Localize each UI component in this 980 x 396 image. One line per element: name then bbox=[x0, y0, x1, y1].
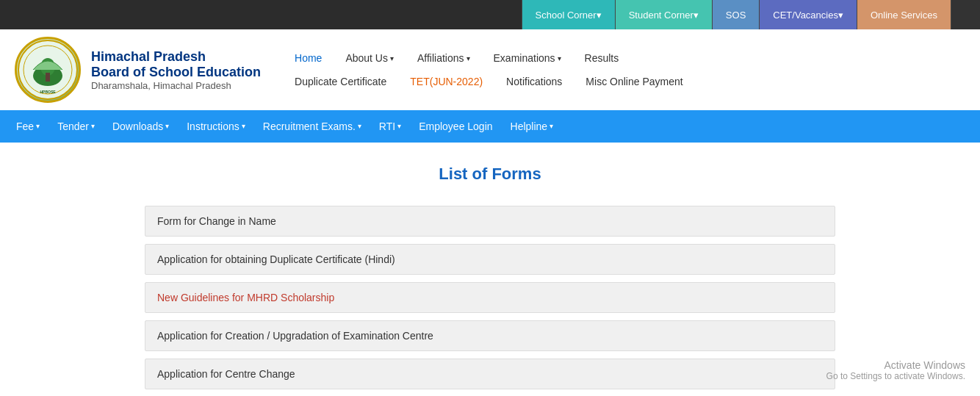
windows-activation: Activate Windows Go to Settings to activ… bbox=[826, 359, 965, 381]
nav-affiliations[interactable]: Affiliations ▾ bbox=[406, 49, 482, 67]
main-nav: Home About Us ▾ Affiliations ▾ Examinati… bbox=[283, 46, 965, 93]
nav-results[interactable]: Results bbox=[573, 49, 631, 67]
top-bar: School Corner ▾ Student Corner ▾ SOS CET… bbox=[0, 0, 980, 29]
rti-label: RTI bbox=[379, 110, 395, 143]
form-item-change-name[interactable]: Form for Change in Name bbox=[145, 206, 835, 237]
fee-label: Fee bbox=[16, 110, 34, 143]
helpline-arrow: ▾ bbox=[550, 110, 553, 143]
dark-end bbox=[951, 0, 980, 29]
nav-notifications[interactable]: Notifications bbox=[494, 73, 574, 90]
helpline-label: Helpline bbox=[511, 110, 548, 143]
instructions-label: Instructions bbox=[187, 110, 239, 143]
nav-duplicate-cert[interactable]: Duplicate Certificate bbox=[283, 73, 398, 90]
student-corner-label: Student Corner bbox=[629, 10, 693, 21]
affiliations-arrow: ▾ bbox=[466, 54, 470, 62]
org-text: Himachal Pradesh Board of School Educati… bbox=[91, 49, 261, 91]
sos-label: SOS bbox=[726, 10, 746, 21]
blue-bar-recruitment-exams[interactable]: Recruitment Exams. ▾ bbox=[254, 110, 370, 143]
blue-bar-tender[interactable]: Tender ▾ bbox=[48, 110, 104, 143]
blue-bar: Fee ▾ Tender ▾ Downloads ▾ Instructions … bbox=[0, 110, 980, 143]
form-item-duplicate-cert[interactable]: Application for obtaining Duplicate Cert… bbox=[145, 244, 835, 275]
online-services-button[interactable]: Online Services bbox=[857, 0, 951, 29]
nav-tet-label: TET(JUN-2022) bbox=[410, 76, 483, 87]
blue-bar-rti[interactable]: RTI ▾ bbox=[370, 110, 410, 143]
blue-bar-fee[interactable]: Fee ▾ bbox=[7, 110, 48, 143]
school-corner-label: School Corner bbox=[536, 10, 597, 21]
logo-area: HPBOSE Himachal Pradesh Board of School … bbox=[15, 37, 261, 103]
nav-about-us[interactable]: About Us ▾ bbox=[334, 49, 406, 67]
nav-row-1: Home About Us ▾ Affiliations ▾ Examinati… bbox=[283, 46, 965, 70]
blue-bar-instructions[interactable]: Instructions ▾ bbox=[178, 110, 254, 143]
nav-row-2: Duplicate Certificate TET(JUN-2022) Noti… bbox=[283, 70, 965, 93]
page-title: List of Forms bbox=[15, 165, 965, 184]
school-corner-arrow: ▾ bbox=[597, 10, 602, 21]
blue-bar-helpline[interactable]: Helpline ▾ bbox=[502, 110, 563, 143]
nav-results-label: Results bbox=[585, 52, 619, 64]
nav-about-us-label: About Us bbox=[345, 52, 388, 64]
blue-bar-downloads[interactable]: Downloads ▾ bbox=[104, 110, 178, 143]
cet-vacancies-label: CET/Vacancies bbox=[773, 10, 838, 21]
form-change-name-label: Form for Change in Name bbox=[157, 215, 276, 227]
form-duplicate-cert-label: Application for obtaining Duplicate Cert… bbox=[157, 253, 395, 265]
form-item-exam-centre[interactable]: Application for Creation / Upgradation o… bbox=[145, 320, 835, 351]
header: HPBOSE Himachal Pradesh Board of School … bbox=[0, 29, 980, 110]
nav-home-label: Home bbox=[295, 52, 322, 64]
instructions-arrow: ▾ bbox=[242, 110, 245, 143]
org-line2: Board of School Education bbox=[91, 65, 261, 80]
svg-text:HPBOSE: HPBOSE bbox=[40, 90, 56, 94]
downloads-arrow: ▾ bbox=[165, 110, 169, 143]
nav-misc-payment[interactable]: Misc Online Payment bbox=[574, 73, 694, 90]
cet-vacancies-button[interactable]: CET/Vacancies ▾ bbox=[759, 0, 857, 29]
tender-label: Tender bbox=[57, 110, 89, 143]
employee-login-label: Employee Login bbox=[419, 110, 492, 143]
nav-examinations[interactable]: Examinations ▾ bbox=[482, 49, 573, 67]
nav-tet[interactable]: TET(JUN-2022) bbox=[398, 73, 494, 90]
windows-activation-line1: Activate Windows bbox=[826, 359, 965, 371]
downloads-label: Downloads bbox=[112, 110, 163, 143]
svg-rect-4 bbox=[46, 73, 50, 82]
logo-svg: HPBOSE bbox=[17, 39, 79, 101]
nav-notifications-label: Notifications bbox=[506, 76, 562, 87]
nav-home[interactable]: Home bbox=[283, 49, 334, 67]
form-item-mhrd[interactable]: New Guidelines for MHRD Scholarship bbox=[145, 282, 835, 313]
form-mhrd-label: New Guidelines for MHRD Scholarship bbox=[157, 292, 334, 303]
fee-arrow: ▾ bbox=[36, 110, 40, 143]
student-corner-button[interactable]: Student Corner ▾ bbox=[615, 0, 712, 29]
sos-button[interactable]: SOS bbox=[712, 0, 759, 29]
form-item-centre-change[interactable]: Application for Centre Change bbox=[145, 359, 835, 389]
logo-circle: HPBOSE bbox=[15, 37, 81, 103]
org-line3: Dharamshala, Himachal Pradesh bbox=[91, 80, 261, 91]
rti-arrow: ▾ bbox=[397, 110, 401, 143]
form-exam-centre-label: Application for Creation / Upgradation o… bbox=[157, 330, 433, 342]
form-centre-change-label: Application for Centre Change bbox=[157, 368, 295, 380]
online-services-label: Online Services bbox=[871, 10, 937, 21]
student-corner-arrow: ▾ bbox=[693, 10, 699, 21]
nav-examinations-label: Examinations bbox=[494, 52, 555, 64]
about-us-arrow: ▾ bbox=[390, 54, 394, 62]
windows-activation-line2: Go to Settings to activate Windows. bbox=[826, 371, 965, 381]
content-area: List of Forms Form for Change in Name Ap… bbox=[0, 143, 980, 396]
blue-bar-employee-login[interactable]: Employee Login bbox=[410, 110, 501, 143]
nav-duplicate-cert-label: Duplicate Certificate bbox=[295, 76, 386, 87]
recruitment-exams-arrow: ▾ bbox=[358, 110, 361, 143]
nav-misc-payment-label: Misc Online Payment bbox=[586, 76, 682, 87]
tender-arrow: ▾ bbox=[91, 110, 95, 143]
school-corner-button[interactable]: School Corner ▾ bbox=[522, 0, 615, 29]
nav-affiliations-label: Affiliations bbox=[417, 52, 464, 64]
form-list: Form for Change in Name Application for … bbox=[145, 206, 835, 389]
cet-arrow: ▾ bbox=[838, 10, 843, 21]
org-line1: Himachal Pradesh bbox=[91, 49, 261, 65]
examinations-arrow: ▾ bbox=[558, 54, 561, 62]
recruitment-exams-label: Recruitment Exams. bbox=[263, 110, 356, 143]
